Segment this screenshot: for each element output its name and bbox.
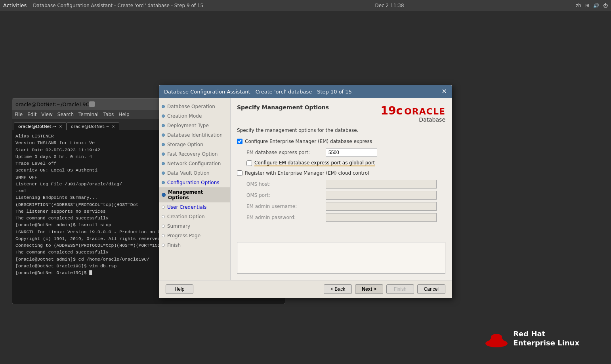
em-admin-pass-row: EM admin password: xyxy=(237,213,445,222)
oms-port-input[interactable] xyxy=(326,191,437,200)
cancel-button[interactable]: Cancel xyxy=(417,284,445,294)
page-heading: Specify Management Options xyxy=(237,104,329,111)
nav-label-12: Summary xyxy=(167,223,190,229)
em-cloud-row: Register with Enterprise Manager (EM) cl… xyxy=(237,170,445,176)
footer-right-buttons: < Back Next > Finish Cancel xyxy=(324,284,445,294)
nav-dot-13 xyxy=(162,234,165,237)
help-button[interactable]: Help xyxy=(166,284,193,294)
dialog-overlay: Database Configuration Assistant - Creat… xyxy=(0,11,611,364)
em-express-checkbox[interactable] xyxy=(237,139,242,144)
section-description: Specify the management options for the d… xyxy=(237,128,445,133)
nav-label-8: Configuration Options xyxy=(167,180,220,185)
topbar-datetime: Dec 2 11:38 xyxy=(210,3,569,8)
em-express-label: Configure Enterprise Manager (EM) databa… xyxy=(245,139,372,144)
em-port-label: EM database express port: xyxy=(246,150,326,155)
nav-dot-1 xyxy=(162,114,165,118)
nav-label-7: Data Vault Option xyxy=(167,170,210,176)
nav-dot-3 xyxy=(162,133,165,137)
nav-dot-9 xyxy=(162,193,166,197)
em-port-row: EM database express port: xyxy=(237,148,445,157)
oms-port-row: OMS port: xyxy=(237,191,445,200)
nav-item-7: Data Vault Option xyxy=(159,168,230,178)
em-admin-user-input[interactable] xyxy=(326,202,437,211)
dialog-titlebar: Database Configuration Assistant - Creat… xyxy=(159,85,452,98)
desktop: oracle@DotNet:~/Oracle19C File Edit View… xyxy=(0,11,611,364)
nav-label-3: Database Identification xyxy=(167,132,223,138)
nav-item-0: Database Operation xyxy=(159,102,230,111)
finish-button[interactable]: Finish xyxy=(386,284,414,294)
nav-dot-8 xyxy=(162,181,165,184)
nav-dot-10 xyxy=(162,206,165,209)
dialog-title: Database Configuration Assistant - Creat… xyxy=(164,89,352,95)
em-cloud-label: Register with Enterprise Manager (EM) cl… xyxy=(245,170,369,176)
nav-dot-0 xyxy=(162,105,165,108)
topbar-power-icon: ⏻ xyxy=(603,3,608,8)
section-header: Specify Management Options 19c ORACLE Da… xyxy=(237,104,445,123)
nav-dot-4 xyxy=(162,143,165,146)
nav-label-13: Progress Page xyxy=(167,233,200,238)
nav-dot-11 xyxy=(162,215,165,218)
nav-item-8[interactable]: Configuration Options xyxy=(159,178,230,187)
dialog-close-button[interactable]: ✕ xyxy=(442,88,447,95)
topbar-system-tray: zh ⊞ 🔊 ⏻ xyxy=(576,3,608,8)
em-admin-user-label: EM admin username: xyxy=(246,204,326,209)
nav-label-0: Database Operation xyxy=(167,104,215,109)
topbar-lang: zh xyxy=(576,3,581,8)
nav-dot-2 xyxy=(162,124,165,127)
em-global-port-label: Configure EM database express port as gl… xyxy=(254,160,375,166)
wizard-content: Specify Management Options 19c ORACLE Da… xyxy=(231,98,452,280)
em-port-input[interactable] xyxy=(326,148,377,157)
dialog-footer: Help < Back Next > Finish Cancel xyxy=(159,280,452,298)
em-cloud-checkbox[interactable] xyxy=(237,170,242,176)
nav-dot-12 xyxy=(162,225,165,228)
em-global-port-checkbox[interactable] xyxy=(246,160,252,166)
em-express-row: Configure Enterprise Manager (EM) databa… xyxy=(237,139,445,144)
nav-item-4: Storage Option xyxy=(159,140,230,149)
dialog: Database Configuration Assistant - Creat… xyxy=(159,85,452,298)
nav-label-4: Storage Option xyxy=(167,142,203,147)
nav-item-6: Network Configuration xyxy=(159,159,230,168)
topbar-sound-icon: 🔊 xyxy=(593,3,599,8)
nav-label-14: Finish xyxy=(167,242,181,248)
log-area xyxy=(237,242,445,274)
em-admin-pass-input[interactable] xyxy=(326,213,437,222)
nav-label-10: User Credentials xyxy=(167,204,206,210)
nav-item-9: Management Options xyxy=(159,187,230,202)
back-button[interactable]: < Back xyxy=(324,284,352,294)
nav-item-5: Fast Recovery Option xyxy=(159,149,230,159)
nav-item-3: Database Identification xyxy=(159,130,230,140)
nav-item-1: Creation Mode xyxy=(159,111,230,121)
nav-item-14: Finish xyxy=(159,240,230,250)
oracle-version: 19c xyxy=(381,104,403,117)
oms-port-label: OMS port: xyxy=(246,192,326,198)
next-button[interactable]: Next > xyxy=(355,284,383,294)
wizard-nav: Database OperationCreation ModeDeploymen… xyxy=(159,98,231,280)
nav-dot-14 xyxy=(162,244,165,247)
oms-host-input[interactable] xyxy=(326,180,437,189)
nav-label-2: Deployment Type xyxy=(167,123,209,128)
nav-item-13: Progress Page xyxy=(159,231,230,240)
nav-dot-7 xyxy=(162,172,165,175)
oracle-brand-name: ORACLE xyxy=(404,107,445,116)
dialog-body: Database OperationCreation ModeDeploymen… xyxy=(159,98,452,280)
oracle-sub: Database xyxy=(404,116,445,123)
nav-label-6: Network Configuration xyxy=(167,161,221,166)
nav-label-5: Fast Recovery Option xyxy=(167,151,218,157)
nav-item-12: Summary xyxy=(159,221,230,231)
nav-dot-6 xyxy=(162,162,165,165)
nav-item-2: Deployment Type xyxy=(159,121,230,130)
em-admin-pass-label: EM admin password: xyxy=(246,215,326,220)
em-global-port-row: Configure EM database express port as gl… xyxy=(237,160,445,166)
oms-host-label: OMS host: xyxy=(246,181,326,187)
nav-label-1: Creation Mode xyxy=(167,113,202,119)
nav-label-11: Creation Option xyxy=(167,214,205,219)
activities-label[interactable]: Activities xyxy=(3,2,27,8)
nav-dot-5 xyxy=(162,152,165,156)
form-area: Configure Enterprise Manager (EM) databa… xyxy=(237,139,445,238)
nav-item-10[interactable]: User Credentials xyxy=(159,202,230,212)
em-admin-user-row: EM admin username: xyxy=(237,202,445,211)
oms-host-row: OMS host: xyxy=(237,180,445,189)
nav-label-9: Management Options xyxy=(168,189,225,200)
topbar-network-icon: ⊞ xyxy=(585,3,589,8)
oracle-brand: ORACLE Database xyxy=(404,107,445,123)
